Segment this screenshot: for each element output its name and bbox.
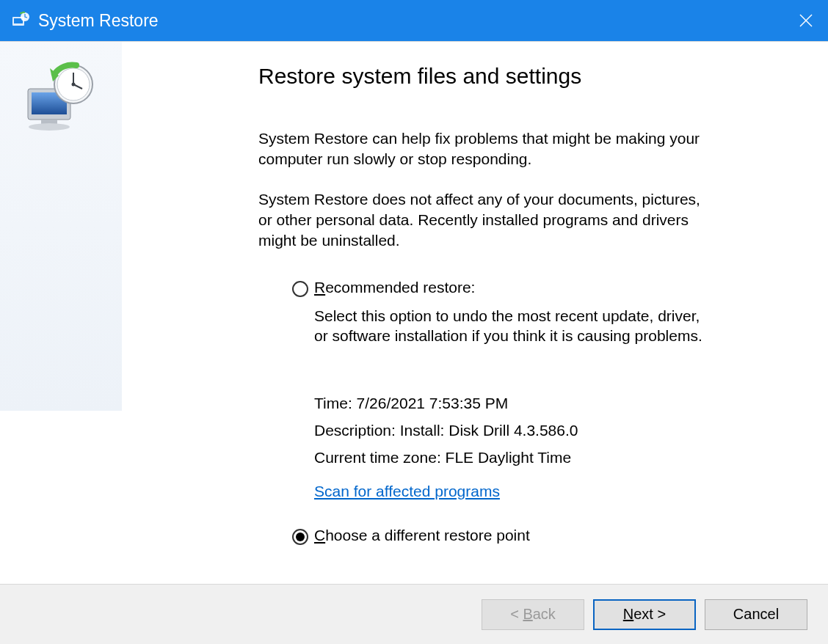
system-restore-title-icon [10,10,31,31]
svg-point-10 [29,123,70,131]
wizard-content: Restore system files and settings System… [122,42,828,584]
option-choose-different-label: Choose a different restore point [314,527,530,544]
page-heading: Restore system files and settings [258,64,703,89]
system-restore-window: System Restore [0,0,828,644]
titlebar: System Restore [0,0,828,41]
option-recommended-description: Select this option to undo the most rece… [314,306,703,346]
restore-point-details: Time: 7/26/2021 7:53:35 PM Description: … [314,390,703,471]
radio-recommended[interactable] [292,281,308,297]
restore-time: Time: 7/26/2021 7:53:35 PM [314,390,703,417]
scan-affected-programs-link[interactable]: Scan for affected programs [314,483,500,500]
restore-timezone: Current time zone: FLE Daylight Time [314,444,703,472]
svg-point-15 [72,83,76,87]
back-button: < Back [482,599,584,630]
next-button[interactable]: Next > [593,599,696,630]
option-recommended-label: Recommended restore: [314,279,475,296]
wizard-footer: < Back Next > Cancel [0,584,828,644]
restore-options: Recommended restore: Select this option … [258,279,703,546]
wizard-body: Restore system files and settings System… [0,41,828,584]
option-recommended[interactable]: Recommended restore: [292,279,703,297]
wizard-sidebar [0,42,122,584]
intro-paragraph-1: System Restore can help fix problems tha… [258,128,703,169]
radio-choose-different[interactable] [292,529,308,545]
window-title: System Restore [38,11,784,31]
option-choose-different[interactable]: Choose a different restore point [292,527,703,545]
restore-description: Description: Install: Disk Drill 4.3.586… [314,417,703,444]
system-restore-icon [21,61,101,142]
close-icon [799,14,813,27]
close-button[interactable] [784,0,828,41]
cancel-button[interactable]: Cancel [705,599,807,630]
intro-paragraph-2: System Restore does not affect any of yo… [258,189,703,250]
